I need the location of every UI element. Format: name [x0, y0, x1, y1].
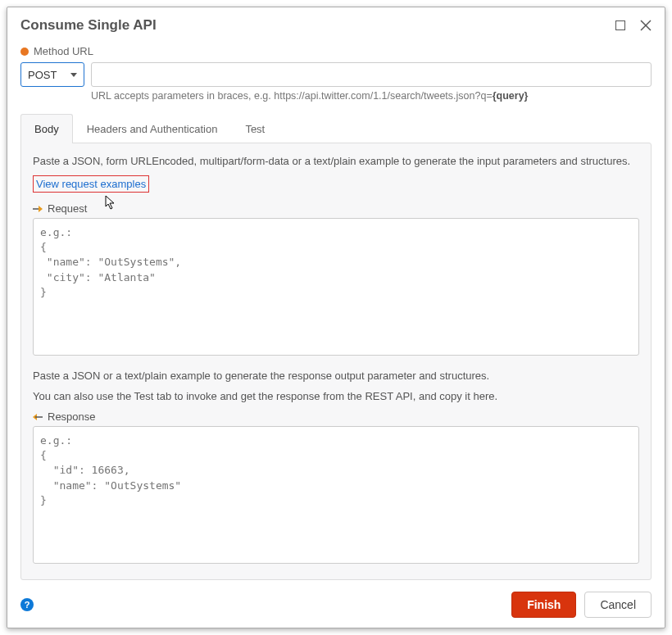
view-request-examples-link[interactable]: View request examples	[33, 175, 149, 193]
tab-content-body: Paste a JSON, form URLEncoded, multipart…	[20, 143, 652, 580]
method-select[interactable]: POST	[20, 62, 84, 87]
response-body-input[interactable]	[33, 426, 639, 564]
chevron-down-icon	[70, 73, 77, 77]
method-select-value: POST	[28, 69, 57, 81]
footer-buttons: Finish Cancel	[511, 592, 652, 618]
request-arrow-icon	[33, 205, 43, 213]
response-arrow-icon	[33, 413, 43, 421]
maximize-icon[interactable]	[615, 20, 625, 30]
tab-body[interactable]: Body	[20, 114, 73, 143]
request-instructions: Paste a JSON, form URLEncoded, multipart…	[33, 155, 639, 167]
method-url-label-row: Method URL	[20, 45, 652, 57]
window-controls	[615, 20, 652, 31]
finish-button[interactable]: Finish	[511, 592, 576, 618]
response-section-label: Response	[33, 410, 639, 423]
tab-test[interactable]: Test	[231, 114, 279, 143]
url-hint: URL accepts parameters in braces, e.g. h…	[91, 90, 652, 102]
method-url-row: POST	[20, 62, 652, 87]
consume-api-dialog: Consume Single API Method URL POST URL a…	[7, 7, 665, 628]
method-url-label: Method URL	[34, 45, 93, 57]
dialog-title: Consume Single API	[20, 17, 157, 34]
request-body-input[interactable]	[33, 218, 639, 356]
required-dot-icon	[20, 48, 29, 56]
close-icon[interactable]	[640, 20, 652, 31]
response-instructions-1: Paste a JSON or a text/plain example to …	[33, 370, 639, 382]
cancel-button[interactable]: Cancel	[584, 592, 652, 618]
tab-headers-auth[interactable]: Headers and Authentication	[73, 114, 232, 143]
url-input[interactable]	[91, 62, 652, 87]
svg-marker-3	[39, 206, 43, 212]
titlebar: Consume Single API	[20, 17, 652, 34]
response-instructions-2: You can also use the Test tab to invoke …	[33, 390, 639, 402]
request-section-label: Request	[33, 202, 639, 215]
tabs: Body Headers and Authentication Test	[20, 113, 652, 143]
help-icon[interactable]: ?	[20, 598, 34, 611]
dialog-footer: ? Finish Cancel	[20, 580, 652, 618]
